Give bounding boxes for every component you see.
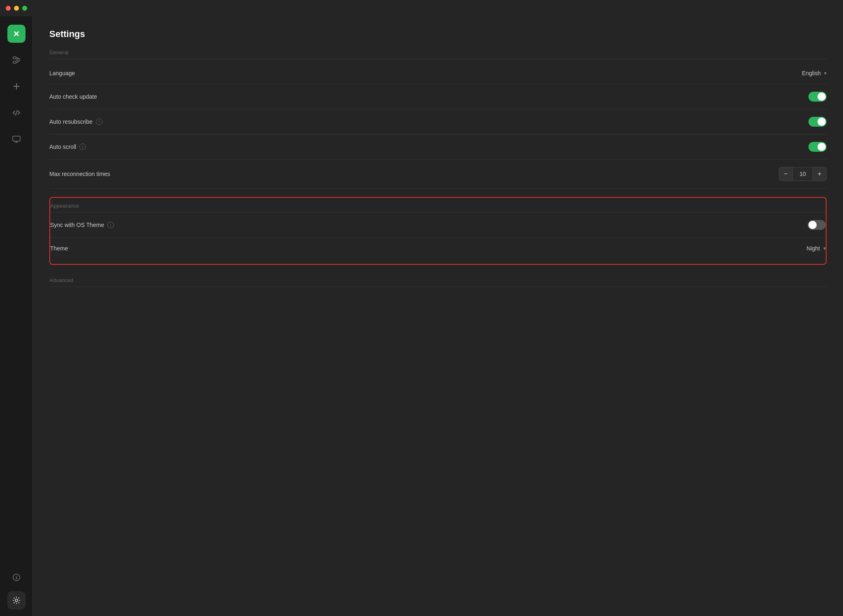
language-label: Language	[49, 70, 75, 76]
language-row: Language English ▾	[49, 63, 526, 84]
theme-row: Theme Night ▾	[50, 238, 526, 259]
max-reconnection-row: Max reconnection times − +	[49, 160, 526, 189]
appearance-section-label: Appearance	[50, 203, 526, 213]
auto-scroll-row: Auto scroll i	[49, 134, 526, 160]
minimize-button[interactable]	[14, 6, 19, 11]
appearance-section: Appearance Sync with OS Theme i Theme Ni…	[49, 197, 526, 265]
auto-scroll-label: Auto scroll i	[49, 144, 86, 150]
max-reconnection-label: Max reconnection times	[49, 171, 110, 177]
sync-os-theme-row: Sync with OS Theme i	[50, 213, 526, 238]
maximize-button[interactable]	[22, 6, 27, 11]
appearance-highlight-box: Appearance Sync with OS Theme i Theme Ni…	[49, 197, 526, 265]
sync-os-theme-label: Sync with OS Theme i	[50, 222, 114, 228]
sidebar-item-add[interactable]	[7, 77, 25, 95]
advanced-section-label: Advanced	[49, 277, 526, 287]
app-logo[interactable]	[7, 25, 25, 43]
sidebar-item-code[interactable]	[7, 104, 25, 122]
sync-os-theme-info-icon[interactable]: i	[107, 222, 114, 228]
svg-line-9	[16, 110, 17, 115]
auto-resubscribe-info-icon[interactable]: i	[96, 118, 102, 125]
auto-resubscribe-row: Auto resubscribe i	[49, 109, 526, 134]
auto-scroll-info-icon[interactable]: i	[79, 144, 86, 150]
svg-rect-10	[13, 136, 20, 141]
svg-rect-1	[13, 61, 16, 63]
general-section: General Language English ▾ Auto check up…	[49, 49, 526, 189]
auto-check-update-row: Auto check update	[49, 84, 526, 109]
sidebar-item-connections[interactable]	[7, 51, 25, 69]
advanced-section: Advanced	[49, 277, 526, 287]
page-title: Settings	[49, 29, 526, 39]
auto-check-update-label: Auto check update	[49, 93, 97, 100]
sidebar	[0, 16, 33, 329]
theme-label: Theme	[50, 245, 68, 252]
main-content: Settings General Language English ▾ Auto…	[33, 16, 526, 329]
general-section-label: General	[49, 49, 526, 59]
auto-resubscribe-label: Auto resubscribe i	[49, 118, 102, 125]
svg-rect-2	[17, 59, 20, 61]
close-button[interactable]	[6, 6, 11, 11]
sidebar-item-display[interactable]	[7, 130, 25, 148]
svg-rect-0	[13, 57, 16, 59]
titlebar	[0, 0, 526, 16]
